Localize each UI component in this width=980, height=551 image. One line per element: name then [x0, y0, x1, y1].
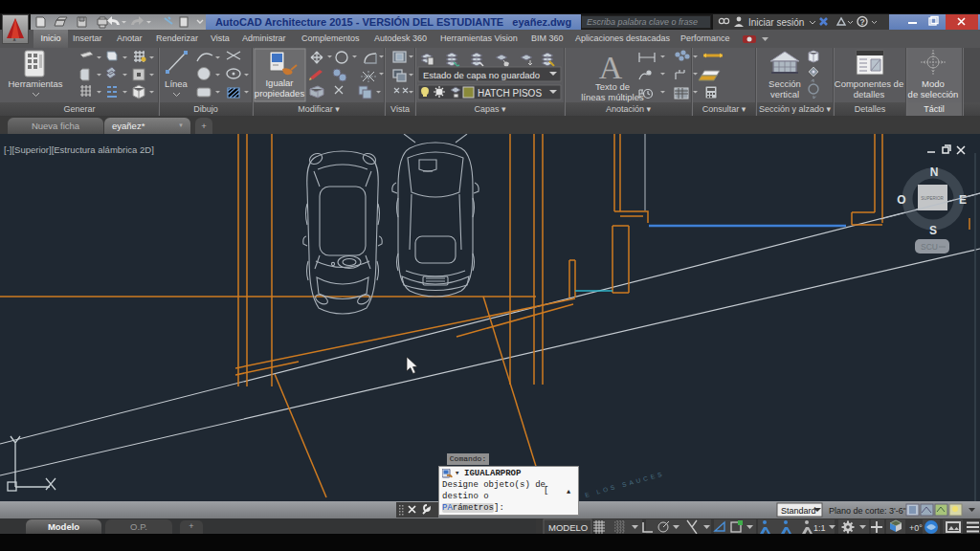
- svg-text:líneas múltiples: líneas múltiples: [581, 92, 644, 102]
- svg-text:Línea: Línea: [165, 78, 188, 89]
- svg-text:propiedades: propiedades: [255, 88, 305, 99]
- svg-text:vertical: vertical: [770, 89, 799, 99]
- svg-text:Plano de corte: 3'-6": Plano de corte: 3'-6": [829, 506, 906, 516]
- svg-text:[-][Superior][Estructura alámb: [-][Superior][Estructura alámbrica 2D]: [4, 144, 154, 155]
- svg-text:Texto de: Texto de: [595, 81, 630, 92]
- svg-text:Herramientas: Herramientas: [8, 78, 62, 89]
- svg-text:Modo: Modo: [922, 78, 945, 89]
- svg-text:E: E: [959, 193, 967, 207]
- svg-text:de selección: de selección: [908, 89, 959, 99]
- svg-text:Sección: Sección: [768, 78, 801, 89]
- svg-text:Componentes de: Componentes de: [835, 78, 903, 89]
- svg-text:1:1: 1:1: [813, 523, 826, 533]
- svg-text:E LOS SAUCES: E LOS SAUCES: [584, 470, 665, 498]
- svg-text:Estado de capa no guardado: Estado de capa no guardado: [423, 70, 540, 80]
- svg-text:O: O: [897, 193, 905, 207]
- svg-text:A: A: [599, 50, 623, 85]
- svg-text:SCU: SCU: [921, 242, 938, 252]
- svg-text:SUPERIOR: SUPERIOR: [921, 196, 944, 201]
- svg-text:Iniciar sesión: Iniciar sesión: [748, 17, 804, 28]
- svg-text:?: ?: [859, 17, 864, 27]
- svg-text:S: S: [929, 224, 937, 237]
- svg-text:Igualar: Igualar: [265, 77, 293, 88]
- svg-text:HATCH PISOS: HATCH PISOS: [478, 88, 542, 99]
- svg-text:detalles: detalles: [854, 89, 885, 99]
- svg-text:MODELO: MODELO: [548, 522, 588, 533]
- svg-text:Standard: Standard: [781, 506, 816, 516]
- svg-text:A: A: [13, 37, 16, 42]
- svg-text:+0°: +0°: [909, 523, 923, 533]
- svg-text:N: N: [930, 165, 939, 179]
